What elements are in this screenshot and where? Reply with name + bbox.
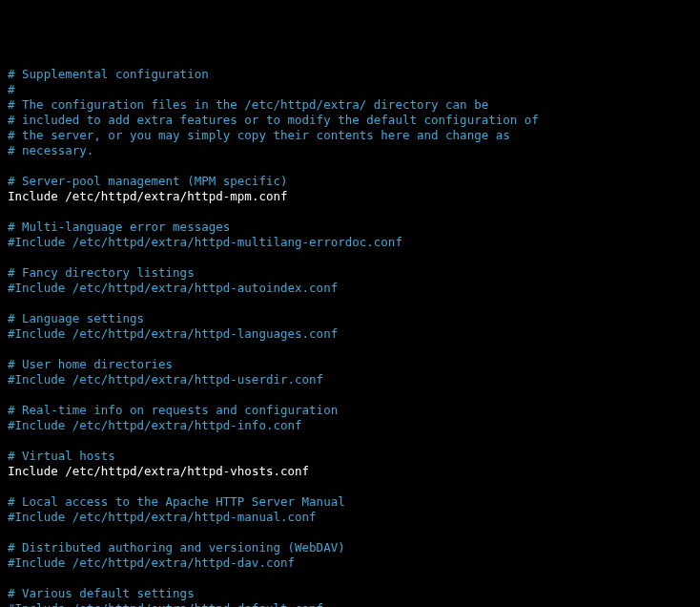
code-line: # Local access to the Apache HTTP Server… (8, 494, 692, 510)
code-line: #Include /etc/httpd/extra/httpd-userdir.… (8, 372, 692, 387)
code-line: # Various default settings (8, 586, 692, 601)
code-segment: # necessary. (8, 143, 93, 157)
code-segment: # Fancy directory listings (8, 265, 195, 280)
config-file-view: # Supplemental configuration## The confi… (8, 67, 692, 607)
code-segment: # User home directories (8, 357, 173, 371)
code-line: # Real-time info on requests and configu… (8, 403, 692, 418)
code-line (8, 525, 692, 540)
code-line: #Include /etc/httpd/extra/httpd-default.… (8, 601, 692, 607)
code-segment: #Include /etc/httpd/extra/httpd-info.con… (8, 418, 302, 432)
code-line (8, 479, 692, 494)
code-line: # the server, or you may simply copy the… (8, 128, 692, 143)
code-line: #Include /etc/httpd/extra/httpd-language… (8, 326, 692, 342)
code-line: Include /etc/httpd/extra/httpd-mpm.conf (8, 189, 692, 204)
code-segment: # Real-time info on requests and configu… (8, 403, 338, 417)
code-segment: # Various default settings (8, 586, 195, 600)
code-segment: # Virtual hosts (8, 449, 115, 463)
code-line (8, 158, 692, 174)
code-segment: #Include /etc/httpd/extra/httpd-manual.c… (8, 510, 317, 524)
code-segment: # Language settings (8, 311, 144, 325)
code-line: # Virtual hosts (8, 449, 692, 464)
code-segment: #Include /etc/httpd/extra/httpd-multilan… (8, 235, 402, 249)
code-line (8, 342, 692, 357)
code-line: # (8, 82, 692, 97)
code-line (8, 250, 692, 265)
code-line: # Fancy directory listings (8, 265, 692, 281)
code-segment: # (8, 82, 15, 96)
code-segment: /etc/httpd/extra/httpd-mpm.conf (65, 189, 287, 203)
code-line: #Include /etc/httpd/extra/httpd-dav.conf (8, 555, 692, 571)
code-line: #Include /etc/httpd/extra/httpd-autoinde… (8, 281, 692, 296)
code-line: # Multi-language error messages (8, 220, 692, 235)
code-segment: # The configuration files in the /etc/ht… (8, 97, 488, 112)
code-line: # included to add extra features or to m… (8, 113, 692, 128)
code-segment: Include (8, 464, 65, 478)
code-line: #Include /etc/httpd/extra/httpd-multilan… (8, 235, 692, 250)
code-line: #Include /etc/httpd/extra/httpd-info.con… (8, 418, 692, 433)
code-line: Include /etc/httpd/extra/httpd-vhosts.co… (8, 464, 692, 479)
code-line (8, 571, 692, 586)
code-segment: #Include /etc/httpd/extra/httpd-language… (8, 326, 338, 341)
code-segment: #Include /etc/httpd/extra/httpd-dav.conf (8, 555, 295, 570)
code-segment: /etc/httpd/extra/httpd-vhosts.conf (65, 464, 309, 478)
code-line: # Distributed authoring and versioning (… (8, 540, 692, 555)
code-segment: # Distributed authoring and versioning (… (8, 540, 345, 555)
code-line: # Supplemental configuration (8, 67, 692, 82)
code-segment: # Server-pool management (MPM specific) (8, 174, 288, 188)
code-line: # Language settings (8, 311, 692, 326)
code-line: # The configuration files in the /etc/ht… (8, 97, 692, 113)
code-segment: #Include /etc/httpd/extra/httpd-userdir.… (8, 372, 323, 387)
code-segment: # Local access to the Apache HTTP Server… (8, 494, 345, 509)
code-line (8, 204, 692, 220)
code-segment: Include (8, 189, 65, 203)
code-segment: # included to add extra features or to m… (8, 113, 539, 127)
code-line: # User home directories (8, 357, 692, 372)
code-segment: # the server, or you may simply copy the… (8, 128, 510, 142)
code-line: # Server-pool management (MPM specific) (8, 174, 692, 189)
code-line (8, 433, 692, 449)
code-segment: #Include /etc/httpd/extra/httpd-autoinde… (8, 281, 338, 295)
code-line: # necessary. (8, 143, 692, 158)
code-segment: # Multi-language error messages (8, 220, 230, 234)
code-segment: #Include /etc/httpd/extra/httpd-default.… (8, 601, 323, 607)
code-segment: # Supplemental configuration (8, 67, 209, 81)
code-line: #Include /etc/httpd/extra/httpd-manual.c… (8, 510, 692, 525)
code-line (8, 387, 692, 403)
code-line (8, 296, 692, 311)
